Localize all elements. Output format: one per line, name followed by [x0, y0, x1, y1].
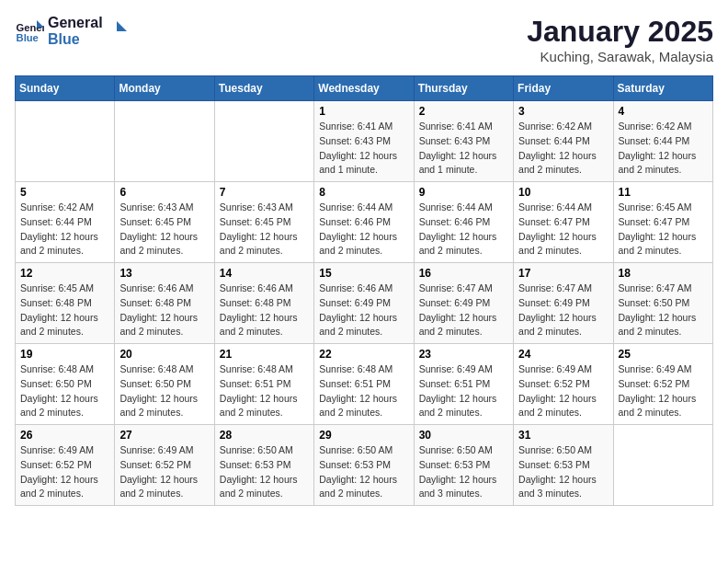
- day-info: Sunrise: 6:49 AM Sunset: 6:51 PM Dayligh…: [419, 362, 508, 420]
- week-row-4: 26Sunrise: 6:49 AM Sunset: 6:52 PM Dayli…: [16, 425, 713, 506]
- calendar-cell: 3Sunrise: 6:42 AM Sunset: 6:44 PM Daylig…: [514, 101, 613, 182]
- weekday-header-row: SundayMondayTuesdayWednesdayThursdayFrid…: [16, 76, 713, 101]
- calendar-cell: 26Sunrise: 6:49 AM Sunset: 6:52 PM Dayli…: [16, 425, 115, 506]
- day-number: 23: [419, 348, 508, 361]
- day-number: 11: [619, 186, 708, 199]
- calendar-cell: 30Sunrise: 6:50 AM Sunset: 6:53 PM Dayli…: [414, 425, 513, 506]
- logo-blue: Blue: [48, 31, 103, 48]
- calendar-cell: 21Sunrise: 6:48 AM Sunset: 6:51 PM Dayli…: [214, 344, 313, 425]
- calendar-cell: 1Sunrise: 6:41 AM Sunset: 6:43 PM Daylig…: [314, 101, 414, 182]
- calendar-table: SundayMondayTuesdayWednesdayThursdayFrid…: [15, 75, 713, 506]
- day-number: 15: [319, 267, 408, 280]
- calendar-cell: 29Sunrise: 6:50 AM Sunset: 6:53 PM Dayli…: [314, 425, 414, 506]
- day-number: 20: [119, 348, 209, 361]
- calendar-cell: 5Sunrise: 6:42 AM Sunset: 6:44 PM Daylig…: [16, 182, 115, 263]
- day-number: 14: [220, 267, 309, 280]
- logo-general: General: [48, 15, 103, 31]
- calendar-cell: 16Sunrise: 6:47 AM Sunset: 6:49 PM Dayli…: [414, 263, 513, 344]
- calendar-subtitle: Kuching, Sarawak, Malaysia: [527, 49, 713, 64]
- day-info: Sunrise: 6:50 AM Sunset: 6:53 PM Dayligh…: [518, 443, 608, 501]
- weekday-header-friday: Friday: [514, 76, 613, 101]
- calendar-cell: 27Sunrise: 6:49 AM Sunset: 6:52 PM Dayli…: [115, 425, 214, 506]
- day-info: Sunrise: 6:48 AM Sunset: 6:50 PM Dayligh…: [20, 362, 109, 420]
- svg-text:Blue: Blue: [17, 32, 39, 43]
- day-number: 24: [518, 348, 608, 361]
- day-number: 30: [419, 429, 508, 442]
- calendar-cell: 12Sunrise: 6:45 AM Sunset: 6:48 PM Dayli…: [16, 263, 115, 344]
- day-number: 6: [119, 186, 209, 199]
- day-number: 9: [419, 186, 508, 199]
- day-info: Sunrise: 6:44 AM Sunset: 6:46 PM Dayligh…: [419, 201, 508, 259]
- day-number: 10: [518, 186, 608, 199]
- day-info: Sunrise: 6:43 AM Sunset: 6:45 PM Dayligh…: [119, 201, 209, 259]
- day-info: Sunrise: 6:46 AM Sunset: 6:49 PM Dayligh…: [319, 282, 408, 339]
- calendar-cell: 20Sunrise: 6:48 AM Sunset: 6:50 PM Dayli…: [115, 344, 214, 425]
- calendar-cell: 19Sunrise: 6:48 AM Sunset: 6:50 PM Dayli…: [16, 344, 115, 425]
- calendar-cell: 25Sunrise: 6:49 AM Sunset: 6:52 PM Dayli…: [613, 344, 712, 425]
- day-number: 1: [319, 105, 408, 118]
- day-number: 5: [20, 186, 109, 199]
- day-info: Sunrise: 6:44 AM Sunset: 6:46 PM Dayligh…: [319, 201, 408, 259]
- calendar-cell: 31Sunrise: 6:50 AM Sunset: 6:53 PM Dayli…: [514, 425, 613, 506]
- weekday-header-saturday: Saturday: [613, 76, 712, 101]
- calendar-cell: 10Sunrise: 6:44 AM Sunset: 6:47 PM Dayli…: [514, 182, 613, 263]
- day-number: 28: [220, 429, 309, 442]
- weekday-header-thursday: Thursday: [414, 76, 513, 101]
- day-number: 21: [220, 348, 309, 361]
- day-info: Sunrise: 6:46 AM Sunset: 6:48 PM Dayligh…: [220, 282, 309, 339]
- calendar-cell: 7Sunrise: 6:43 AM Sunset: 6:45 PM Daylig…: [214, 182, 313, 263]
- day-number: 18: [619, 267, 708, 280]
- day-info: Sunrise: 6:49 AM Sunset: 6:52 PM Dayligh…: [518, 362, 608, 420]
- calendar-cell: [214, 101, 313, 182]
- calendar-cell: 22Sunrise: 6:48 AM Sunset: 6:51 PM Dayli…: [314, 344, 414, 425]
- week-row-2: 12Sunrise: 6:45 AM Sunset: 6:48 PM Dayli…: [16, 263, 713, 344]
- day-info: Sunrise: 6:45 AM Sunset: 6:47 PM Dayligh…: [619, 201, 708, 259]
- day-info: Sunrise: 6:46 AM Sunset: 6:48 PM Dayligh…: [119, 282, 209, 339]
- calendar-title: January 2025: [527, 15, 713, 49]
- calendar-cell: 11Sunrise: 6:45 AM Sunset: 6:47 PM Dayli…: [613, 182, 712, 263]
- calendar-cell: 13Sunrise: 6:46 AM Sunset: 6:48 PM Dayli…: [115, 263, 214, 344]
- calendar-cell: 14Sunrise: 6:46 AM Sunset: 6:48 PM Dayli…: [214, 263, 313, 344]
- day-info: Sunrise: 6:42 AM Sunset: 6:44 PM Dayligh…: [518, 120, 608, 178]
- day-info: Sunrise: 6:50 AM Sunset: 6:53 PM Dayligh…: [419, 443, 508, 501]
- day-info: Sunrise: 6:47 AM Sunset: 6:49 PM Dayligh…: [419, 282, 508, 339]
- day-number: 17: [518, 267, 608, 280]
- title-block: January 2025 Kuching, Sarawak, Malaysia: [527, 15, 713, 64]
- day-number: 7: [220, 186, 309, 199]
- day-info: Sunrise: 6:47 AM Sunset: 6:49 PM Dayligh…: [518, 282, 608, 339]
- day-number: 12: [20, 267, 109, 280]
- day-number: 4: [619, 105, 708, 118]
- calendar-cell: [613, 425, 712, 506]
- logo: General Blue General Blue: [15, 15, 127, 47]
- day-number: 19: [20, 348, 109, 361]
- day-info: Sunrise: 6:44 AM Sunset: 6:47 PM Dayligh…: [518, 201, 608, 259]
- logo-icon: General Blue: [15, 17, 44, 46]
- day-info: Sunrise: 6:50 AM Sunset: 6:53 PM Dayligh…: [220, 443, 309, 501]
- calendar-cell: 17Sunrise: 6:47 AM Sunset: 6:49 PM Dayli…: [514, 263, 613, 344]
- day-number: 26: [20, 429, 109, 442]
- day-info: Sunrise: 6:45 AM Sunset: 6:48 PM Dayligh…: [20, 282, 109, 339]
- day-number: 29: [319, 429, 408, 442]
- weekday-header-wednesday: Wednesday: [314, 76, 414, 101]
- day-info: Sunrise: 6:41 AM Sunset: 6:43 PM Dayligh…: [419, 120, 508, 178]
- day-number: 27: [119, 429, 209, 442]
- day-number: 25: [619, 348, 708, 361]
- calendar-cell: 4Sunrise: 6:42 AM Sunset: 6:44 PM Daylig…: [613, 101, 712, 182]
- day-info: Sunrise: 6:41 AM Sunset: 6:43 PM Dayligh…: [319, 120, 408, 178]
- calendar-cell: [16, 101, 115, 182]
- logo-flag-icon: [107, 21, 127, 41]
- day-info: Sunrise: 6:49 AM Sunset: 6:52 PM Dayligh…: [119, 443, 209, 501]
- day-info: Sunrise: 6:49 AM Sunset: 6:52 PM Dayligh…: [20, 443, 109, 501]
- calendar-cell: [115, 101, 214, 182]
- day-number: 3: [518, 105, 608, 118]
- calendar-cell: 24Sunrise: 6:49 AM Sunset: 6:52 PM Dayli…: [514, 344, 613, 425]
- week-row-0: 1Sunrise: 6:41 AM Sunset: 6:43 PM Daylig…: [16, 101, 713, 182]
- day-number: 13: [119, 267, 209, 280]
- day-info: Sunrise: 6:48 AM Sunset: 6:51 PM Dayligh…: [319, 362, 408, 420]
- day-info: Sunrise: 6:42 AM Sunset: 6:44 PM Dayligh…: [619, 120, 708, 178]
- calendar-cell: 28Sunrise: 6:50 AM Sunset: 6:53 PM Dayli…: [214, 425, 313, 506]
- calendar-cell: 15Sunrise: 6:46 AM Sunset: 6:49 PM Dayli…: [314, 263, 414, 344]
- day-number: 16: [419, 267, 508, 280]
- day-info: Sunrise: 6:50 AM Sunset: 6:53 PM Dayligh…: [319, 443, 408, 501]
- week-row-3: 19Sunrise: 6:48 AM Sunset: 6:50 PM Dayli…: [16, 344, 713, 425]
